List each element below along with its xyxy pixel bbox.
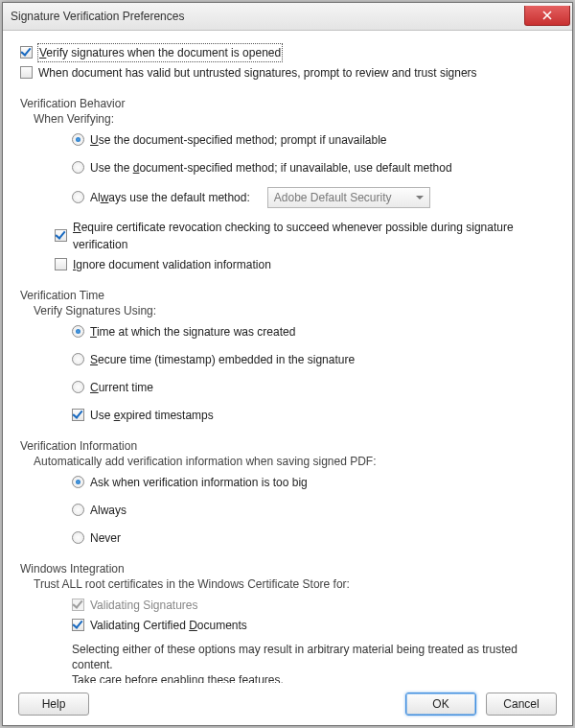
time-created-radio[interactable] xyxy=(72,325,84,338)
prompt-untrusted-checkbox[interactable] xyxy=(20,66,33,79)
verification-behavior-heading: Verification Behavior xyxy=(20,97,555,110)
info-never-label[interactable]: Never xyxy=(90,529,121,547)
close-button[interactable] xyxy=(524,6,570,26)
when-verifying-label: When Verifying: xyxy=(34,112,555,126)
button-bar: Help OK Cancel xyxy=(3,683,572,725)
verify-on-open-label[interactable]: Verify signatures when the document is o… xyxy=(38,44,282,61)
info-ask-label[interactable]: Ask when verification information is too… xyxy=(90,474,308,491)
validating-documents-label[interactable]: Validating Certified Documents xyxy=(90,617,247,634)
require-revocation-checkbox[interactable] xyxy=(55,229,67,242)
titlebar: Signature Verification Preferences xyxy=(3,3,572,31)
verify-on-open-checkbox[interactable] xyxy=(20,46,33,59)
method-prompt-label[interactable]: Use the document-specified method; promp… xyxy=(90,131,387,149)
ignore-validation-label[interactable]: Ignore document validation information xyxy=(73,256,271,273)
validating-signatures-checkbox xyxy=(72,599,84,611)
verification-time-heading: Verification Time xyxy=(20,289,555,302)
ignore-validation-checkbox[interactable] xyxy=(55,258,67,270)
method-prompt-radio[interactable] xyxy=(72,133,84,146)
auto-add-info-label: Automatically add verification informati… xyxy=(34,455,555,468)
default-method-dropdown[interactable]: Adobe Default Security xyxy=(267,187,430,208)
method-always-label[interactable]: Always use the default method: xyxy=(90,189,250,206)
prompt-untrusted-label[interactable]: When document has valid but untrusted si… xyxy=(38,64,477,82)
verification-information-heading: Verification Information xyxy=(20,439,555,453)
method-always-radio[interactable] xyxy=(72,191,84,203)
signature-verification-preferences-dialog: Signature Verification Preferences Verif… xyxy=(2,2,573,726)
chevron-down-icon xyxy=(416,196,424,200)
ok-button[interactable]: OK xyxy=(405,693,476,716)
use-expired-label[interactable]: Use expired timestamps xyxy=(90,407,214,424)
trust-root-label: Trust ALL root certificates in the Windo… xyxy=(34,577,555,591)
use-expired-checkbox[interactable] xyxy=(72,409,84,421)
close-icon xyxy=(542,11,552,20)
info-ask-radio[interactable] xyxy=(72,476,84,488)
info-always-label[interactable]: Always xyxy=(90,502,126,519)
info-always-radio[interactable] xyxy=(72,504,84,516)
info-never-radio[interactable] xyxy=(72,531,84,544)
method-default-label[interactable]: Use the document-specified method; if un… xyxy=(90,159,452,176)
dialog-title: Signature Verification Preferences xyxy=(11,10,184,23)
default-method-value: Adobe Default Security xyxy=(274,189,392,206)
time-current-label[interactable]: Current time xyxy=(90,379,153,396)
windows-integration-heading: Windows Integration xyxy=(20,562,555,575)
verify-using-label: Verify Signatures Using: xyxy=(34,304,555,317)
time-current-radio[interactable] xyxy=(72,381,84,393)
time-secure-label[interactable]: Secure time (timestamp) embedded in the … xyxy=(90,351,355,368)
time-created-label[interactable]: Time at which the signature was created xyxy=(90,323,295,341)
validating-documents-checkbox[interactable] xyxy=(72,619,84,631)
windows-integration-warning: Selecting either of these options may re… xyxy=(72,642,555,683)
dialog-content: Verify signatures when the document is o… xyxy=(3,31,572,683)
cancel-button[interactable]: Cancel xyxy=(486,693,557,716)
help-button[interactable]: Help xyxy=(18,693,89,716)
require-revocation-label[interactable]: Require certificate revocation checking … xyxy=(73,219,555,253)
time-secure-radio[interactable] xyxy=(72,353,84,365)
validating-signatures-label: Validating Signatures xyxy=(90,597,198,614)
method-default-radio[interactable] xyxy=(72,161,84,174)
